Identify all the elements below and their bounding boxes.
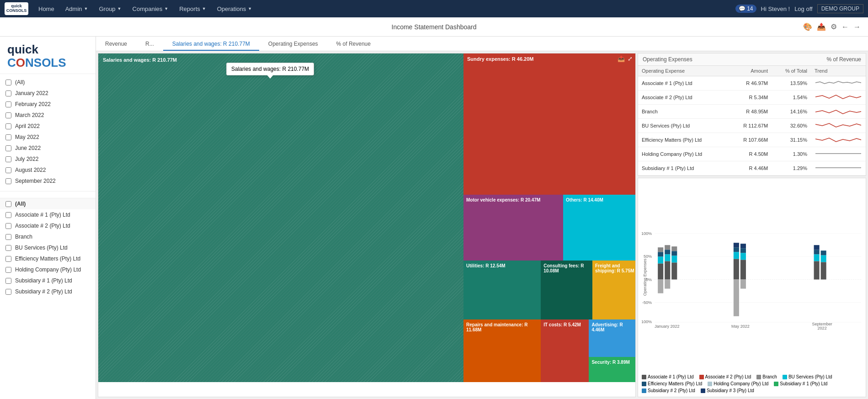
- sidebar-month-apr2022[interactable]: April 2022: [0, 121, 96, 132]
- sidebar-company-bu[interactable]: BU Services (Pty) Ltd: [0, 242, 96, 253]
- share-icon[interactable]: 📤: [817, 22, 826, 31]
- nav-messages[interactable]: 💬 14: [735, 5, 756, 13]
- svg-text:50%: 50%: [644, 254, 652, 259]
- row-name: BU Services (Pty) Ltd: [638, 119, 729, 133]
- dashboard-panels: Salaries and wages: R 210.77M Salaries a…: [96, 51, 868, 399]
- sidebar-company-sub1[interactable]: Subsidiary # 1 (Pty) Ltd: [0, 275, 96, 286]
- table-row[interactable]: Branch R 48.95M 14.16%: [638, 105, 866, 119]
- sidebar-company-sub2[interactable]: Subsidiary # 2 (Pty) Ltd: [0, 286, 96, 297]
- svg-rect-30: [740, 260, 746, 279]
- table-row[interactable]: Associate # 2 (Pty) Ltd R 5.34M 1.54%: [638, 90, 866, 105]
- treemap-utilities-block[interactable]: Utilities: R 12.54M: [463, 261, 541, 319]
- sidebar-month-jun2022[interactable]: June 2022: [0, 143, 96, 154]
- sidebar-company-efficiency-checkbox[interactable]: [5, 256, 11, 262]
- treemap-consulting-block[interactable]: Consulting fees: R 10.08M: [541, 261, 592, 319]
- export-icon[interactable]: 📤: [618, 55, 625, 62]
- sidebar-month-jul2022-checkbox[interactable]: [5, 156, 11, 162]
- sidebar-company-holding-checkbox[interactable]: [5, 267, 11, 273]
- treemap-motor-block[interactable]: Motor vehicle expenses: R 20.47M: [463, 195, 563, 261]
- sidebar-company-holding[interactable]: Holding Company (Pty) Ltd: [0, 264, 96, 275]
- sidebar-month-feb2022-checkbox[interactable]: [5, 101, 11, 107]
- legend-efficiency: Efficiency Matters (Pty) Ltd: [642, 381, 702, 386]
- nav-demo-group: DEMO GROUP: [817, 4, 863, 13]
- row-trend: [811, 105, 866, 119]
- sidebar-month-jun2022-checkbox[interactable]: [5, 145, 11, 151]
- sidebar-month-jan2022-checkbox[interactable]: [5, 90, 11, 96]
- nav-operations[interactable]: Operations ▼: [213, 0, 257, 17]
- sidebar-month-may2022-checkbox[interactable]: [5, 134, 11, 140]
- table-row[interactable]: Subsidiary # 1 (Pty) Ltd R 4.46M 1.29%: [638, 161, 866, 176]
- treemap-repairs-block[interactable]: Repairs and maintenance: R 11.68M: [463, 319, 541, 382]
- op-table-pct-revenue: % of Revenue: [827, 56, 861, 63]
- treemap-sundry-block[interactable]: Sundry expenses: R 46.20M 📤 ⤢: [463, 53, 635, 195]
- row-pct: 13.59%: [772, 76, 811, 90]
- treemap-it-block[interactable]: IT costs: R 5.42M: [541, 319, 589, 382]
- tab-pct-revenue[interactable]: % of Revenue: [327, 38, 380, 51]
- sidebar-company-branch-checkbox[interactable]: [5, 234, 11, 240]
- sidebar-month-mar2022-checkbox[interactable]: [5, 112, 11, 118]
- sidebar-all-months[interactable]: (All): [0, 77, 96, 88]
- sidebar-month-feb2022[interactable]: February 2022: [0, 99, 96, 110]
- treemap-others-block[interactable]: Others: R 14.40M: [563, 195, 635, 261]
- forward-icon[interactable]: →: [853, 23, 861, 31]
- svg-rect-38: [814, 245, 820, 250]
- treemap-container[interactable]: Salaries and wages: R 210.77M Sundry exp…: [98, 53, 635, 382]
- treemap-advertising-block[interactable]: Advertising: R 4.46M: [589, 319, 635, 357]
- sidebar-company-branch[interactable]: Branch: [0, 231, 96, 242]
- table-row[interactable]: Efficiency Matters (Pty) Ltd R 107.66M 3…: [638, 133, 866, 147]
- nav-companies[interactable]: Companies ▼: [128, 0, 173, 17]
- nav-logo[interactable]: quickCONSOLS: [5, 2, 28, 15]
- legend-sub2-label: Subsidiary # 2 (Pty) Ltd: [648, 388, 695, 393]
- legend-assoc2-label: Associate # 2 (Pty) Ltd: [705, 374, 751, 379]
- table-row[interactable]: Holding Company (Pty) Ltd R 4.50M 1.30%: [638, 147, 866, 161]
- row-amount: R 4.46M: [729, 161, 772, 176]
- treemap-freight-block[interactable]: Freight and shipping: R 5.75M: [592, 261, 635, 319]
- sidebar-company-bu-checkbox[interactable]: [5, 245, 11, 251]
- sidebar-all-companies[interactable]: (All): [0, 198, 96, 209]
- sidebar-month-aug2022[interactable]: August 2022: [0, 165, 96, 176]
- sidebar-company-sub2-checkbox[interactable]: [5, 289, 11, 295]
- treemap-salaries-block[interactable]: Salaries and wages: R 210.77M: [98, 53, 463, 382]
- table-row[interactable]: Associate # 1 (Pty) Ltd R 46.97M 13.59%: [638, 76, 866, 90]
- sidebar-company-assoc1-checkbox[interactable]: [5, 212, 11, 218]
- col-op-expense: Operating Expense: [638, 66, 729, 76]
- treemap-bottom-row: Repairs and maintenance: R 11.68M IT cos…: [463, 319, 635, 382]
- sidebar-month-sep2022-checkbox[interactable]: [5, 178, 11, 184]
- nav-logout[interactable]: Log off: [794, 5, 813, 12]
- nav-reports[interactable]: Reports ▼: [175, 0, 210, 17]
- sidebar-month-may2022[interactable]: May 2022: [0, 132, 96, 143]
- sidebar-month-sep2022[interactable]: September 2022: [0, 176, 96, 186]
- sidebar-company-efficiency[interactable]: Efficiency Matters (Pty) Ltd: [0, 253, 96, 264]
- sidebar-all-months-checkbox[interactable]: [5, 80, 11, 85]
- sidebar-company-assoc2-checkbox[interactable]: [5, 223, 11, 229]
- svg-rect-41: [821, 250, 826, 255]
- tab-r[interactable]: R...: [136, 38, 163, 51]
- treemap-security-block[interactable]: Security: R 3.89M: [589, 357, 635, 382]
- sidebar-month-apr2022-checkbox[interactable]: [5, 123, 11, 129]
- nav-home[interactable]: Home: [34, 0, 59, 17]
- nav-group[interactable]: Group ▼: [94, 0, 126, 17]
- settings-icon[interactable]: ⚙: [831, 22, 837, 31]
- sidebar-month-mar2022[interactable]: March 2022: [0, 110, 96, 121]
- sidebar-all-companies-checkbox[interactable]: [5, 201, 11, 207]
- expand-icon[interactable]: ⤢: [628, 55, 633, 62]
- sidebar-month-aug2022-checkbox[interactable]: [5, 167, 11, 173]
- table-row[interactable]: BU Services (Pty) Ltd R 112.67M 32.60%: [638, 119, 866, 133]
- sidebar-company-sub1-checkbox[interactable]: [5, 278, 11, 284]
- sidebar-month-jul2022[interactable]: July 2022: [0, 154, 96, 165]
- nav-admin[interactable]: Admin ▼: [61, 0, 93, 17]
- tab-revenue[interactable]: Revenue: [96, 38, 136, 51]
- tab-salaries[interactable]: Salaries and wages: R 210.77M: [163, 38, 259, 51]
- sidebar-company-assoc1[interactable]: Associate # 1 (Pty) Ltd: [0, 209, 96, 220]
- tab-operating-expenses[interactable]: Operating Expenses: [259, 38, 327, 51]
- sidebar-month-jan2022[interactable]: January 2022: [0, 88, 96, 99]
- row-pct: 1.29%: [772, 161, 811, 176]
- legend-sub3: Subsidiary # 3 (Pty) Ltd: [701, 388, 754, 393]
- back-icon[interactable]: ←: [841, 23, 849, 31]
- palette-icon[interactable]: 🎨: [803, 22, 812, 31]
- treemap-tooltip: Salaries and wages: R 210.77M: [226, 63, 314, 75]
- row-amount: R 112.67M: [729, 119, 772, 133]
- sidebar-company-assoc2[interactable]: Associate # 2 (Pty) Ltd: [0, 220, 96, 231]
- svg-text:2022: 2022: [818, 326, 827, 330]
- treemap-salaries-label: Salaries and wages: R 210.77M: [103, 57, 177, 63]
